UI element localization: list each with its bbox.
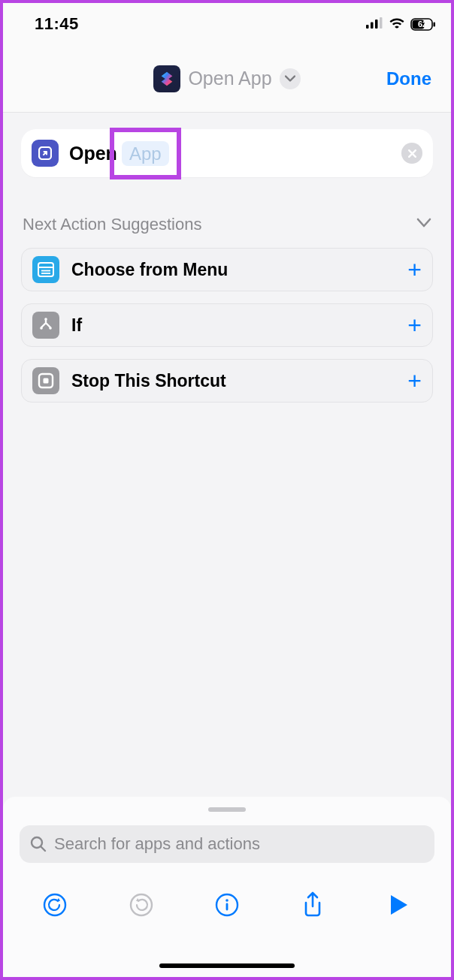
search-icon: [30, 836, 47, 852]
cellular-icon: [366, 17, 383, 32]
clear-action-button[interactable]: [401, 143, 422, 164]
open-app-icon: [32, 140, 59, 167]
stop-icon: [32, 367, 59, 394]
wifi-icon: [389, 17, 405, 32]
app-parameter-placeholder: App: [122, 141, 169, 166]
suggestion-label: Stop This Shortcut: [71, 371, 226, 391]
suggestion-choose-from-menu[interactable]: Choose from Menu +: [21, 248, 433, 291]
action-open-app[interactable]: Open App: [21, 129, 433, 177]
svg-rect-3: [380, 17, 383, 29]
suggestion-label: Choose from Menu: [71, 260, 228, 280]
add-suggestion-button[interactable]: +: [407, 367, 422, 395]
menu-icon: [32, 256, 59, 283]
editor-header: Open App Done: [3, 45, 451, 113]
search-placeholder: Search for apps and actions: [54, 834, 260, 854]
add-suggestion-button[interactable]: +: [407, 256, 422, 284]
share-button[interactable]: [296, 888, 329, 921]
svg-rect-16: [44, 378, 49, 384]
bottom-sheet[interactable]: Search for apps and actions: [3, 797, 451, 977]
run-button[interactable]: [383, 888, 416, 921]
search-input[interactable]: Search for apps and actions: [20, 825, 434, 863]
svg-line-18: [41, 847, 46, 852]
suggestion-if[interactable]: If +: [21, 303, 433, 347]
chevron-down-icon[interactable]: [280, 68, 301, 89]
home-indicator[interactable]: [159, 963, 295, 968]
app-parameter[interactable]: App: [119, 141, 172, 166]
svg-rect-23: [226, 903, 229, 911]
status-time: 11:45: [35, 14, 79, 34]
suggestion-label: If: [71, 315, 82, 336]
header-title-group[interactable]: Open App: [153, 65, 300, 92]
chevron-down-icon: [416, 218, 431, 231]
status-bar: 11:45 62: [3, 3, 451, 45]
bottom-toolbar: [3, 888, 451, 921]
drag-handle[interactable]: [208, 807, 246, 812]
svg-point-22: [225, 899, 229, 902]
info-button[interactable]: [210, 888, 244, 921]
svg-rect-2: [375, 20, 378, 29]
svg-point-19: [44, 894, 65, 915]
add-suggestion-button[interactable]: +: [407, 312, 422, 339]
svg-point-20: [131, 894, 152, 915]
suggestions-header[interactable]: Next Action Suggestions: [21, 215, 433, 234]
svg-rect-8: [38, 263, 53, 276]
suggestion-stop-shortcut[interactable]: Stop This Shortcut +: [21, 359, 433, 403]
status-indicators: 62: [366, 17, 436, 32]
header-title: Open App: [188, 68, 271, 89]
svg-rect-6: [434, 22, 436, 26]
svg-rect-0: [366, 25, 369, 29]
shortcuts-app-icon: [153, 65, 180, 92]
done-button[interactable]: Done: [386, 68, 431, 89]
svg-point-14: [49, 327, 52, 330]
battery-icon: 62: [410, 18, 436, 31]
suggestions-title: Next Action Suggestions: [23, 215, 201, 234]
redo-button[interactable]: [125, 888, 158, 921]
svg-rect-1: [371, 22, 374, 29]
branch-icon: [32, 312, 59, 339]
action-text: Open App: [69, 141, 172, 166]
svg-point-12: [44, 318, 47, 321]
undo-button[interactable]: [38, 888, 71, 921]
svg-point-13: [40, 327, 43, 330]
